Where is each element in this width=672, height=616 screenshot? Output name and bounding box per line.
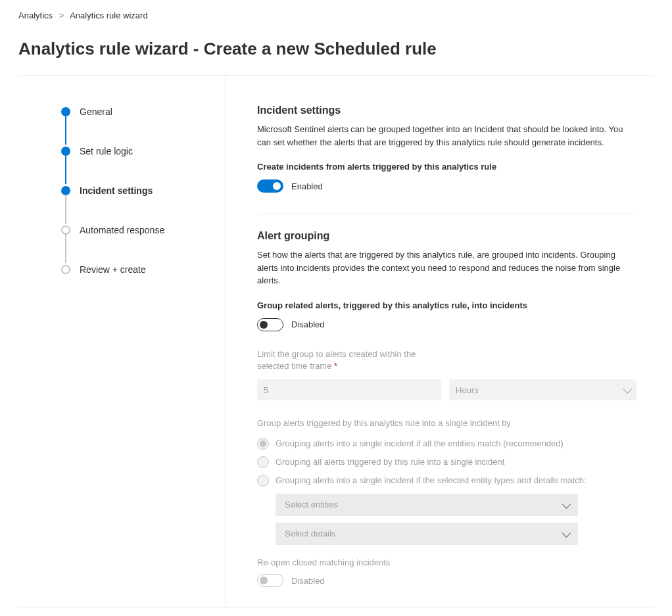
toggle-knob	[260, 321, 268, 329]
wizard-footer: < Previous Next : Automated response > C…	[18, 607, 654, 616]
radio-all-alerts[interactable]: Grouping all alerts triggered by this ru…	[257, 456, 636, 468]
divider	[257, 214, 636, 214]
chevron-down-icon	[562, 528, 571, 537]
radio-icon	[257, 456, 269, 468]
group-by-radio-group: Grouping alerts into a single incident i…	[257, 438, 636, 545]
radio-entities-match[interactable]: Grouping alerts into a single incident i…	[257, 438, 636, 450]
reopen-toggle[interactable]	[257, 574, 283, 587]
step-dot-icon	[61, 107, 70, 116]
step-label: Incident settings	[80, 185, 153, 196]
incident-settings-title: Incident settings	[257, 105, 636, 116]
main-panel: General Set rule logic Incident settings…	[18, 75, 654, 607]
timeframe-unit-dropdown[interactable]: Hours	[449, 379, 636, 400]
step-automated-response[interactable]: Automated response	[61, 224, 225, 237]
step-label: General	[80, 107, 112, 117]
content-pane: Incident settings Microsoft Sentinel ale…	[226, 76, 654, 607]
breadcrumb: Analytics > Analytics rule wizard	[18, 11, 654, 20]
select-entities-dropdown[interactable]: Select entities	[276, 494, 578, 516]
dropdown-value: Hours	[456, 385, 479, 395]
step-label: Review + create	[80, 264, 146, 275]
create-incidents-toggle-text: Enabled	[291, 181, 323, 191]
group-related-label: Group related alerts, triggered by this …	[257, 300, 636, 310]
step-incident-settings[interactable]: Incident settings	[61, 184, 225, 197]
step-label: Automated response	[80, 225, 164, 235]
toggle-knob	[260, 577, 268, 584]
radio-icon	[257, 475, 269, 486]
page-title: Analytics rule wizard - Create a new Sch…	[18, 39, 654, 59]
step-dot-icon	[61, 225, 70, 235]
create-incidents-toggle[interactable]	[257, 179, 283, 193]
timeframe-label: Limit the group to alerts created within…	[257, 348, 441, 373]
chevron-down-icon	[623, 385, 632, 394]
breadcrumb-current: Analytics rule wizard	[70, 11, 148, 20]
step-set-rule-logic[interactable]: Set rule logic	[61, 145, 225, 158]
step-review-create[interactable]: Review + create	[61, 263, 225, 276]
alert-grouping-title: Alert grouping	[257, 230, 636, 242]
step-general[interactable]: General	[61, 105, 225, 118]
breadcrumb-separator: >	[59, 11, 64, 20]
wizard-steps: General Set rule logic Incident settings…	[18, 76, 226, 607]
step-connector	[65, 154, 66, 184]
radio-label: Grouping alerts into a single incident i…	[276, 438, 564, 450]
dropdown-placeholder: Select entities	[285, 500, 338, 509]
step-dot-icon	[61, 265, 70, 274]
group-related-toggle[interactable]	[257, 318, 283, 331]
chevron-down-icon	[562, 499, 571, 508]
step-connector	[65, 233, 66, 263]
radio-label: Grouping alerts into a single incident i…	[276, 475, 587, 486]
toggle-knob	[273, 182, 281, 190]
step-label: Set rule logic	[80, 146, 133, 156]
step-dot-icon	[61, 147, 70, 156]
required-asterisk: *	[334, 361, 337, 371]
incident-settings-desc: Microsoft Sentinel alerts can be grouped…	[257, 123, 625, 149]
timeframe-value-input[interactable]	[257, 379, 441, 400]
reopen-toggle-text: Disabled	[291, 576, 325, 586]
radio-icon	[257, 438, 269, 450]
radio-label: Grouping all alerts triggered by this ru…	[276, 456, 504, 468]
reopen-label: Re-open closed matching incidents	[257, 557, 636, 569]
group-related-toggle-text: Disabled	[291, 320, 325, 329]
alert-grouping-desc: Set how the alerts that are triggered by…	[257, 249, 625, 287]
step-connector	[65, 193, 66, 224]
dropdown-placeholder: Select details	[285, 529, 335, 538]
create-incidents-label: Create incidents from alerts triggered b…	[257, 162, 636, 172]
step-dot-icon	[61, 186, 70, 195]
select-details-dropdown[interactable]: Select details	[276, 523, 578, 545]
breadcrumb-root[interactable]: Analytics	[18, 11, 53, 20]
step-connector	[65, 114, 66, 145]
radio-selected-types[interactable]: Grouping alerts into a single incident i…	[257, 475, 636, 486]
group-by-label: Group alerts triggered by this analytics…	[257, 417, 636, 430]
